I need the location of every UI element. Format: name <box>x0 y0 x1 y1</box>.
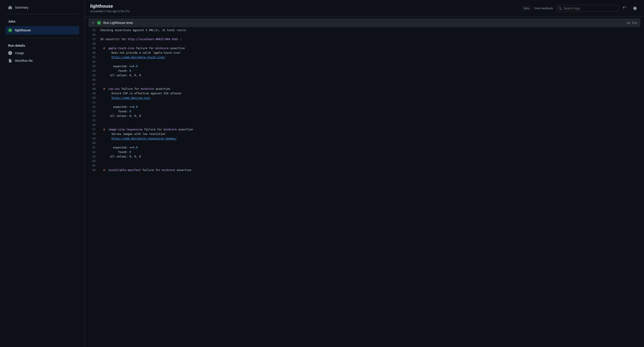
log-line: 66 ✘ installable-manifest failure for mi… <box>88 168 640 172</box>
step-header[interactable]: Run Lighthouse tests 2m 53s <box>88 19 640 27</box>
line-number: 63 <box>90 154 100 159</box>
log-line: 58 Serves images with low resolution <box>88 132 640 136</box>
line-number: 38 <box>90 42 100 46</box>
log-line: 49 Ensure CSP is effective against XSS a… <box>88 91 640 96</box>
line-text: expected: >=0.9 <box>100 145 138 150</box>
title-block: lighthouse succeeded 1 hour ago in 5m 27… <box>90 4 130 13</box>
log-line: 62 found: 0 <box>88 150 640 154</box>
log-line: 65 <box>88 163 640 168</box>
line-number: 53 <box>90 109 100 114</box>
line-number: 49 <box>90 91 100 96</box>
beta-badge: Beta <box>522 6 532 11</box>
line-number: 60 <box>90 141 100 145</box>
line-number: 39 <box>90 46 100 51</box>
divider <box>6 38 79 38</box>
line-number: 40 <box>90 51 100 55</box>
log-line: 42 <box>88 60 640 64</box>
line-text: expected: >=0.9 <box>100 64 138 69</box>
run-details-heading: Run details <box>6 40 79 49</box>
line-number: 62 <box>90 150 100 154</box>
log-line: 36 <box>88 33 640 37</box>
line-text: found: 0 <box>100 150 131 154</box>
log-line: 61 expected: >=0.9 <box>88 145 640 150</box>
line-number: 45 <box>90 73 100 78</box>
line-text: found: 0 <box>100 109 131 114</box>
usage-icon <box>8 51 12 55</box>
log-line: 63 all values: 0, 0, 0 <box>88 154 640 159</box>
line-text: ✘ csp-xss failure for minScore assertion <box>100 87 170 91</box>
line-text: ✘ image-size-responsive failure for minS… <box>100 127 193 132</box>
line-number: 52 <box>90 105 100 109</box>
settings-button[interactable] <box>631 5 638 12</box>
workflow-file-label: Workflow file <box>15 59 33 63</box>
sidebar-item-usage[interactable]: Usage <box>6 49 79 57</box>
line-number: 55 <box>90 118 100 123</box>
house-icon <box>8 6 12 10</box>
refresh-button[interactable] <box>622 5 629 12</box>
log-line: 3720 result(s) for http://localhost:4063… <box>88 37 640 42</box>
line-number: 65 <box>90 163 100 168</box>
line-text: https://web.dev/serve-responsive-images/ <box>100 136 177 141</box>
line-number: 42 <box>90 60 100 64</box>
success-icon <box>97 21 101 25</box>
step-title: Run Lighthouse tests <box>103 21 624 25</box>
log-area[interactable]: Run Lighthouse tests 2m 53s 35Checking a… <box>85 17 644 347</box>
line-text: https://web.dev/apple-touch-icon/ <box>100 55 165 60</box>
log-line: 50 https://web.dev/csp-xss/ <box>88 96 640 100</box>
line-number: 61 <box>90 145 100 150</box>
main: lighthouse succeeded 1 hour ago in 5m 27… <box>85 0 644 347</box>
page-title: lighthouse <box>90 4 130 9</box>
sidebar-item-summary[interactable]: Summary <box>6 4 79 11</box>
search-icon <box>558 7 562 10</box>
line-text: 20 result(s) for http://localhost:40637/… <box>100 37 182 42</box>
log-line: 64 <box>88 159 640 163</box>
line-number: 46 <box>90 78 100 82</box>
log-line: 56 <box>88 123 640 127</box>
line-text: ✘ installable-manifest failure for minSc… <box>100 168 192 172</box>
line-text: https://web.dev/csp-xss/ <box>100 96 151 100</box>
page-subtitle: succeeded 1 hour ago in 5m 27s <box>90 10 130 13</box>
log-line: 53 found: 0 <box>88 109 640 114</box>
line-number: 59 <box>90 136 100 141</box>
main-header: lighthouse succeeded 1 hour ago in 5m 27… <box>85 0 644 17</box>
usage-label: Usage <box>15 51 24 55</box>
gear-icon <box>633 7 637 10</box>
log-line: 43 expected: >=0.9 <box>88 64 640 69</box>
log-line: 35Checking assertions against 5 URL(s), … <box>88 28 640 33</box>
line-text: expected: >=0.9 <box>100 105 138 109</box>
success-icon <box>8 28 12 32</box>
line-number: 50 <box>90 96 100 100</box>
line-number: 57 <box>90 127 100 132</box>
line-number: 66 <box>90 168 100 172</box>
log-line: 38 <box>88 42 640 46</box>
line-text: found: 0 <box>100 69 131 73</box>
search-input[interactable] <box>564 7 616 10</box>
log-line: 51 <box>88 100 640 105</box>
log-line: 59 https://web.dev/serve-responsive-imag… <box>88 136 640 141</box>
log-line: 41 https://web.dev/apple-touch-icon/ <box>88 55 640 60</box>
line-number: 56 <box>90 123 100 127</box>
line-number: 37 <box>90 37 100 42</box>
give-feedback-link[interactable]: Give feedback <box>534 7 553 10</box>
line-text: Checking assertions against 5 URL(s), 15… <box>100 28 186 33</box>
line-number: 35 <box>90 28 100 33</box>
line-text: Does not provide a valid `apple-touch-ic… <box>100 51 182 55</box>
log-line: 52 expected: >=0.9 <box>88 105 640 109</box>
log-line: 57 ✘ image-size-responsive failure for m… <box>88 127 640 132</box>
line-number: 36 <box>90 33 100 37</box>
sidebar-item-workflow-file[interactable]: Workflow file <box>6 57 79 65</box>
line-text: all values: 0, 0, 0 <box>100 114 141 118</box>
search-wrap[interactable] <box>556 5 619 12</box>
sidebar: Summary Jobs lighthouse Run details Usag… <box>0 0 85 347</box>
sidebar-item-lighthouse[interactable]: lighthouse <box>6 26 79 35</box>
line-number: 41 <box>90 55 100 60</box>
job-name: lighthouse <box>15 29 31 32</box>
line-number: 54 <box>90 114 100 118</box>
log-line: 47 <box>88 82 640 87</box>
log-line: 45 all values: 0, 0, 0 <box>88 73 640 78</box>
summary-label: Summary <box>15 6 28 9</box>
log-line: 39 ✘ apple-touch-icon failure for minSco… <box>88 46 640 51</box>
line-number: 47 <box>90 82 100 87</box>
header-actions: Beta Give feedback <box>522 5 638 12</box>
log-line: 60 <box>88 141 640 145</box>
